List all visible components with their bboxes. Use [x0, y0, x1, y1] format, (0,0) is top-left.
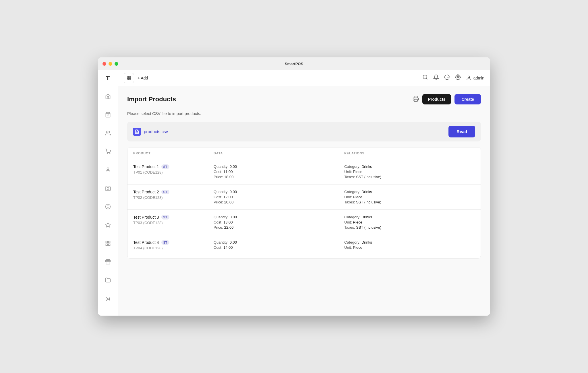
- search-icon[interactable]: [422, 74, 428, 81]
- unit-1: Unit: Piece: [344, 195, 475, 199]
- sidebar-item-sparkle[interactable]: [103, 220, 113, 230]
- app-window: SmartPOS T: [98, 57, 490, 316]
- sidebar-item-customers[interactable]: [103, 128, 113, 138]
- maximize-button[interactable]: [115, 62, 118, 66]
- table-row: Test Product 3 ST TP03 (CODE128) Quantit…: [127, 210, 481, 235]
- sidebar-item-grid[interactable]: [103, 238, 113, 248]
- product-code-0: TP01 (CODE128): [133, 170, 214, 174]
- cost-3: Cost: 14.00: [214, 245, 344, 250]
- settings-icon[interactable]: [455, 74, 461, 81]
- sidebar-item-cart[interactable]: [103, 146, 113, 157]
- unit-0: Unit: Piece: [344, 170, 475, 174]
- bell-icon[interactable]: [433, 74, 439, 81]
- title-bar: SmartPOS: [98, 57, 490, 70]
- read-button[interactable]: Read: [448, 126, 475, 137]
- add-button[interactable]: + Add: [138, 76, 148, 80]
- file-info: products.csv: [133, 128, 168, 136]
- svg-rect-15: [127, 76, 129, 78]
- svg-point-3: [109, 154, 110, 154]
- cost-1: Cost: 12.00: [214, 195, 344, 199]
- category-3: Category: Drinks: [344, 240, 475, 244]
- sidebar-item-camera[interactable]: [103, 183, 113, 193]
- data-cell-1: Quantity: 0.00 Cost: 12.00 Price: 20.00: [214, 190, 344, 204]
- relations-cell-1: Category: Drinks Unit: Piece Taxes: SST …: [344, 190, 475, 204]
- svg-point-1: [106, 131, 108, 133]
- product-name-1: Test Product 2: [133, 190, 159, 194]
- close-button[interactable]: [102, 62, 106, 66]
- page-title: Import Products: [127, 96, 176, 103]
- quantity-2: Quantity: 0.00: [214, 215, 344, 219]
- svg-rect-23: [414, 99, 417, 101]
- product-cell-1: Test Product 2 ST TP02 (CODE128): [133, 190, 214, 200]
- svg-rect-12: [108, 244, 110, 246]
- price-0: Price: 18.00: [214, 175, 344, 179]
- quantity-0: Quantity: 0.00: [214, 164, 344, 169]
- create-button[interactable]: Create: [454, 94, 481, 104]
- print-icon[interactable]: [413, 96, 419, 103]
- cost-0: Cost: 11.00: [214, 170, 344, 174]
- sidebar-item-folder[interactable]: [103, 275, 113, 285]
- window-title: SmartPOS: [285, 62, 303, 66]
- sidebar-item-users[interactable]: [103, 165, 113, 175]
- svg-point-19: [423, 75, 427, 79]
- table-row: Test Product 1 ST TP01 (CODE128) Quantit…: [127, 159, 481, 184]
- sidebar-item-shop[interactable]: [103, 110, 113, 120]
- unit-2: Unit: Piece: [344, 220, 475, 224]
- svg-rect-10: [108, 241, 110, 243]
- svg-point-22: [468, 76, 470, 78]
- relations-cell-3: Category: Drinks Unit: Piece: [344, 240, 475, 250]
- sidebar-item-gift[interactable]: [103, 257, 113, 267]
- main-area: + Add: [118, 70, 490, 316]
- unit-3: Unit: Piece: [344, 245, 475, 250]
- svg-point-5: [107, 188, 109, 190]
- category-0: Category: Drinks: [344, 164, 475, 169]
- svg-marker-8: [105, 223, 110, 227]
- page-subtitle: Please select CSV file to import product…: [127, 111, 481, 116]
- sidebar-item-dollar[interactable]: [103, 201, 113, 212]
- data-cell-0: Quantity: 0.00 Cost: 11.00 Price: 18.00: [214, 164, 344, 179]
- badge-3: ST: [161, 240, 169, 245]
- sidebar-item-variable[interactable]: (x): [103, 293, 113, 304]
- toolbar: + Add: [118, 70, 490, 86]
- cost-2: Cost: 13.00: [214, 220, 344, 224]
- table-row: Test Product 2 ST TP02 (CODE128) Quantit…: [127, 184, 481, 210]
- product-name-2: Test Product 3: [133, 215, 159, 219]
- svg-rect-18: [129, 78, 131, 80]
- data-cell-2: Quantity: 0.00 Cost: 13.00 Price: 22.00: [214, 215, 344, 230]
- taxes-2: Taxes: SST (Inclusive): [344, 225, 475, 230]
- data-cell-3: Quantity: 0.00 Cost: 14.00: [214, 240, 344, 250]
- file-name: products.csv: [144, 129, 168, 134]
- taxes-0: Taxes: SST (Inclusive): [344, 175, 475, 179]
- svg-rect-9: [106, 241, 107, 243]
- svg-point-21: [457, 77, 459, 78]
- app-body: T: [98, 70, 490, 316]
- category-1: Category: Drinks: [344, 190, 475, 194]
- product-code-2: TP03 (CODE128): [133, 221, 214, 225]
- file-csv-icon: [133, 128, 141, 136]
- grid-view-button[interactable]: [124, 73, 134, 83]
- product-code-1: TP02 (CODE128): [133, 195, 214, 200]
- header-actions: Products Create: [413, 94, 481, 104]
- table-header: PRODUCT DATA RELATIONS: [127, 147, 481, 159]
- toolbar-left: + Add: [124, 73, 418, 83]
- product-name-3: Test Product 4: [133, 240, 159, 245]
- svg-rect-17: [127, 78, 129, 80]
- quantity-3: Quantity: 0.00: [214, 240, 344, 244]
- badge-2: ST: [161, 215, 169, 219]
- badge-1: ST: [161, 190, 169, 194]
- content-area: Import Products Products Create Please s…: [118, 86, 490, 316]
- products-table: PRODUCT DATA RELATIONS Test Product 1 ST…: [127, 147, 481, 259]
- price-1: Price: 20.00: [214, 200, 344, 204]
- quantity-1: Quantity: 0.00: [214, 190, 344, 194]
- svg-rect-11: [106, 244, 107, 246]
- products-button[interactable]: Products: [422, 94, 451, 104]
- sidebar-item-home[interactable]: [103, 91, 113, 102]
- product-name-0: Test Product 1: [133, 164, 159, 169]
- taxes-1: Taxes: SST (Inclusive): [344, 200, 475, 204]
- chart-icon[interactable]: [444, 74, 450, 81]
- toolbar-right: admin: [422, 74, 484, 81]
- admin-menu[interactable]: admin: [466, 75, 484, 81]
- file-row: products.csv Read: [127, 122, 481, 141]
- relations-cell-0: Category: Drinks Unit: Piece Taxes: SST …: [344, 164, 475, 179]
- minimize-button[interactable]: [109, 62, 112, 66]
